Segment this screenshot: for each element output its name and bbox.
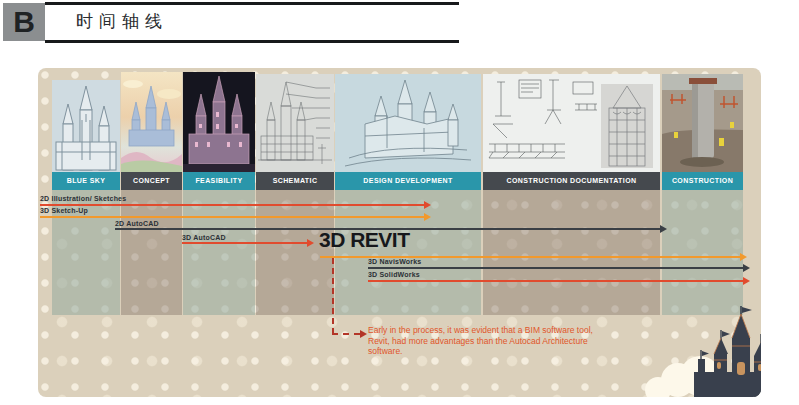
construction-detail-drawings-image: [483, 74, 660, 172]
phase-band: [483, 190, 660, 315]
phase-band: [662, 190, 743, 315]
3d-massing-sketch-image: [335, 74, 481, 172]
timeline-panel: BLUE SKY: [38, 68, 761, 397]
arrow-head-icon: [424, 213, 431, 221]
arrow-head-icon: [740, 253, 747, 261]
phase-label-construction-documentation: CONSTRUCTION DOCUMENTATION: [483, 172, 660, 190]
phase-label-concept: CONCEPT: [121, 172, 182, 190]
arrow-head-icon: [660, 225, 667, 233]
page: B 时间轴线: [0, 0, 799, 405]
header-rule-bottom: [45, 40, 459, 43]
phase-column-concept: CONCEPT: [121, 68, 182, 315]
phase-band: [256, 190, 334, 315]
annotation-text: Early in the process, it was evident tha…: [368, 325, 606, 357]
phase-label-design-development: DESIGN DEVELOPMENT: [335, 172, 481, 190]
dashed-connector-horizontal: [332, 333, 360, 335]
phase-label-feasibility: FEASIBILITY: [183, 172, 255, 190]
arrow-3d-solidworks: [368, 280, 744, 282]
page-title: 时间轴线: [76, 10, 168, 33]
phase-column-schematic: SCHEMATIC: [256, 68, 334, 315]
phase-column-construction-documentation: CONSTRUCTION DOCUMENTATION: [483, 68, 660, 315]
arrow-3d-navisworks: [368, 267, 744, 269]
arrow-3d-sketchup: [40, 216, 425, 218]
dashed-arrow-head-icon: [360, 330, 367, 338]
elevation-drawing-image: [256, 74, 334, 172]
castle-silhouette-graphic: [636, 306, 761, 397]
phase-label-schematic: SCHEMATIC: [256, 172, 334, 190]
section-letter-badge: B: [3, 3, 45, 41]
phase-column-blue-sky: BLUE SKY: [52, 68, 120, 315]
arrow-head-icon: [743, 277, 750, 285]
construction-site-photo-image: [662, 74, 743, 172]
tool-label-2d-illustration: 2D Illustration/ Sketches: [40, 195, 126, 202]
tool-label-3d-autocad: 3D AutoCAD: [182, 234, 226, 241]
tool-label-3d-sketchup: 3D Sketch-Up: [40, 207, 88, 214]
dashed-connector-vertical: [332, 258, 334, 334]
arrow-head-icon: [307, 239, 314, 247]
arrow-head-icon: [424, 201, 431, 209]
phase-band: [183, 190, 255, 315]
header-rule-top: [45, 2, 459, 5]
arrow-2d-illustration: [40, 204, 425, 206]
phase-column-construction: CONSTRUCTION: [662, 68, 743, 315]
arrow-head-icon: [743, 264, 750, 272]
highlight-3d-revit: 3D REVIT: [319, 228, 410, 252]
pencil-sketch-castle-image: [52, 80, 120, 172]
night-render-castle-image: [183, 72, 255, 172]
phase-column-feasibility: FEASIBILITY: [183, 68, 255, 315]
phase-band: [121, 190, 182, 315]
tool-label-3d-solidworks: 3D SolidWorks: [368, 271, 420, 278]
phase-band: [335, 190, 481, 315]
tool-label-2d-autocad: 2D AutoCAD: [115, 220, 159, 227]
arrow-3d-autocad: [182, 242, 308, 244]
phase-label-blue-sky: BLUE SKY: [52, 172, 120, 190]
tool-label-3d-navisworks: 3D NavisWorks: [368, 258, 421, 265]
concept-painting-image: [121, 72, 182, 172]
phase-label-construction: CONSTRUCTION: [662, 172, 743, 190]
